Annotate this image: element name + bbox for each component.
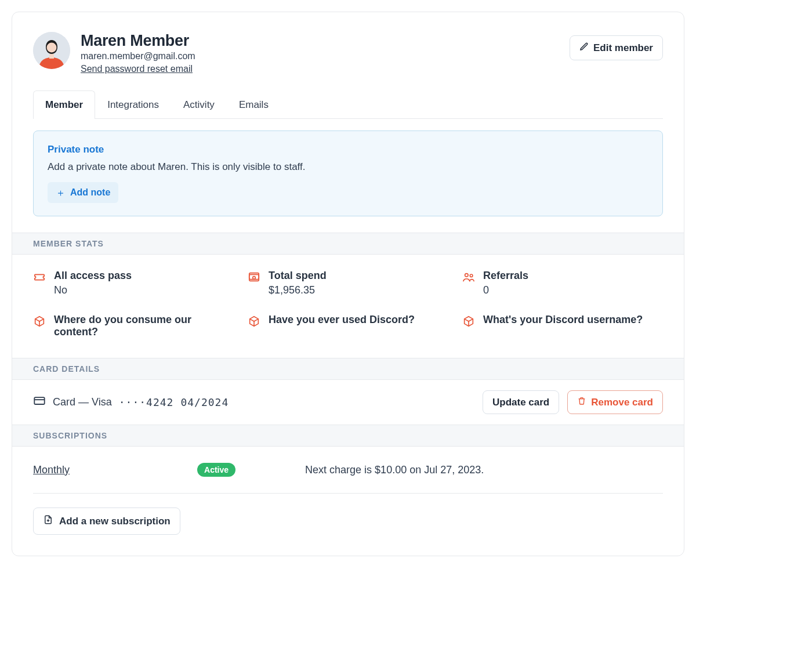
svg-point-6 <box>465 274 469 277</box>
member-info: Maren Member maren.member@gmail.com Send… <box>33 32 195 74</box>
svg-rect-8 <box>34 397 44 404</box>
subscription-row: Monthly Active Next charge is $10.00 on … <box>33 447 663 494</box>
box-icon <box>462 315 475 330</box>
member-text: Maren Member maren.member@gmail.com Send… <box>81 32 195 74</box>
stat-q3: What's your Discord username? <box>462 314 663 338</box>
svg-point-7 <box>470 274 473 277</box>
edit-member-button[interactable]: Edit member <box>570 35 663 60</box>
subscription-name[interactable]: Monthly <box>33 464 70 476</box>
card-masked: ····4242 <box>119 396 174 408</box>
stat-label: What's your Discord username? <box>483 314 643 326</box>
member-email: maren.member@gmail.com <box>81 51 195 61</box>
stat-all-access: All access pass No <box>33 270 234 296</box>
remove-card-label: Remove card <box>591 397 653 408</box>
stat-q1: Where do you consume our content? <box>33 314 234 338</box>
card-actions: Update card Remove card <box>483 390 663 414</box>
box-icon <box>33 315 46 330</box>
stat-label: Total spend <box>269 270 327 282</box>
note-description: Add a private note about Maren. This is … <box>48 161 648 173</box>
tab-integrations[interactable]: Integrations <box>95 90 171 119</box>
stat-label: Have you ever used Discord? <box>269 314 415 326</box>
member-name: Maren Member <box>81 32 195 50</box>
add-subscription-label: Add a new subscription <box>59 516 171 527</box>
add-note-label: Add note <box>70 187 110 198</box>
svg-rect-3 <box>249 274 259 281</box>
stat-q2: Have you ever used Discord? <box>248 314 448 338</box>
cash-icon <box>248 271 260 286</box>
stat-value: $1,956.35 <box>269 284 327 296</box>
plus-icon: ＋ <box>56 188 66 198</box>
tab-activity[interactable]: Activity <box>171 90 227 119</box>
pencil-icon <box>579 42 589 54</box>
add-note-button[interactable]: ＋ Add note <box>48 182 118 203</box>
stat-value: No <box>54 284 132 296</box>
trash-icon <box>577 396 586 408</box>
status-badge: Active <box>197 463 235 477</box>
stat-label: All access pass <box>54 270 132 282</box>
header-row: Maren Member maren.member@gmail.com Send… <box>12 12 684 74</box>
stat-total-spend: Total spend $1,956.35 <box>248 270 448 296</box>
svg-point-1 <box>47 43 57 53</box>
card-expiry: 04/2024 <box>180 396 229 408</box>
card-row: Card — Visa ····4242 04/2024 Update card… <box>12 380 684 425</box>
tab-emails[interactable]: Emails <box>227 90 281 119</box>
section-card-head: CARD DETAILS <box>12 358 684 380</box>
box-icon <box>248 315 260 330</box>
member-detail-card: Maren Member maren.member@gmail.com Send… <box>12 12 684 556</box>
note-title: Private note <box>48 144 648 155</box>
password-reset-link[interactable]: Send password reset email <box>81 64 193 74</box>
stat-referrals: Referrals 0 <box>462 270 663 296</box>
update-card-button[interactable]: Update card <box>483 390 559 414</box>
edit-member-label: Edit member <box>593 42 653 54</box>
add-file-icon <box>43 514 53 528</box>
card-text: Card — Visa <box>53 396 112 408</box>
tabs: Member Integrations Activity Emails <box>33 90 663 119</box>
update-card-label: Update card <box>492 397 549 408</box>
add-subscription-row: Add a new subscription <box>12 494 684 556</box>
svg-point-5 <box>253 277 256 280</box>
people-icon <box>462 271 475 286</box>
svg-rect-2 <box>49 54 54 59</box>
add-subscription-button[interactable]: Add a new subscription <box>33 507 180 535</box>
ticket-icon <box>33 271 46 286</box>
stat-value: 0 <box>483 284 528 296</box>
stat-label: Referrals <box>483 270 528 282</box>
card-icon <box>33 394 46 410</box>
avatar <box>33 32 70 69</box>
next-charge-text: Next charge is $10.00 on Jul 27, 2023. <box>305 464 484 476</box>
card-details: Card — Visa ····4242 04/2024 <box>33 394 229 410</box>
section-subs-head: SUBSCRIPTIONS <box>12 425 684 447</box>
stats-grid: All access pass No Total spend $1,956.35… <box>12 255 684 358</box>
private-note-box: Private note Add a private note about Ma… <box>33 130 663 216</box>
section-stats-head: MEMBER STATS <box>12 233 684 255</box>
stat-label: Where do you consume our content? <box>54 314 234 338</box>
remove-card-button[interactable]: Remove card <box>567 390 663 414</box>
tab-member[interactable]: Member <box>33 90 95 119</box>
